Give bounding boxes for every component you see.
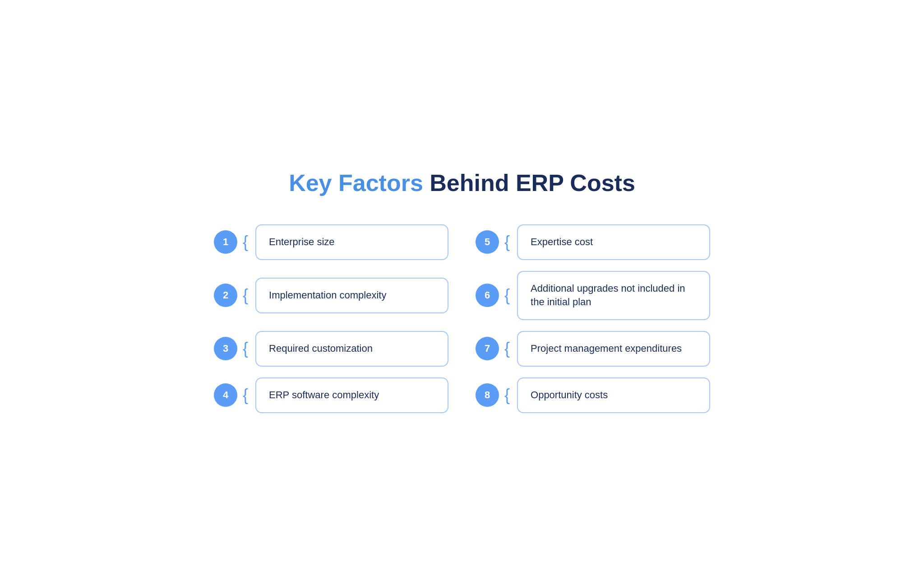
page-container: Key Factors Behind ERP Costs 1{Enterpris… bbox=[214, 169, 710, 413]
title-highlight: Key Factors bbox=[289, 170, 423, 196]
brace-icon-8: { bbox=[504, 387, 510, 403]
brace-icon-3: { bbox=[243, 340, 248, 357]
brace-icon-1: { bbox=[243, 234, 248, 250]
brace-icon-6: { bbox=[504, 287, 510, 303]
list-item-8: 8{Opportunity costs bbox=[476, 377, 710, 413]
card-2: Implementation complexity bbox=[255, 278, 448, 313]
card-8: Opportunity costs bbox=[517, 377, 710, 413]
brace-icon-5: { bbox=[504, 234, 510, 250]
badge-2: 2 bbox=[214, 284, 237, 307]
list-item-2: 2{Implementation complexity bbox=[214, 271, 448, 321]
brace-icon-4: { bbox=[243, 387, 248, 403]
badge-5: 5 bbox=[476, 230, 499, 254]
card-1: Enterprise size bbox=[255, 224, 448, 260]
list-item-5: 5{Expertise cost bbox=[476, 224, 710, 260]
list-item-3: 3{Required customization bbox=[214, 331, 448, 367]
card-6: Additional upgrades not included in the … bbox=[517, 271, 710, 321]
items-grid: 1{Enterprise size5{Expertise cost2{Imple… bbox=[214, 224, 710, 413]
badge-1: 1 bbox=[214, 230, 237, 254]
list-item-4: 4{ERP software complexity bbox=[214, 377, 448, 413]
page-title: Key Factors Behind ERP Costs bbox=[214, 169, 710, 197]
card-5: Expertise cost bbox=[517, 224, 710, 260]
badge-8: 8 bbox=[476, 383, 499, 407]
list-item-7: 7{Project management expenditures bbox=[476, 331, 710, 367]
brace-icon-2: { bbox=[243, 287, 248, 303]
card-3: Required customization bbox=[255, 331, 448, 367]
list-item-6: 6{Additional upgrades not included in th… bbox=[476, 271, 710, 321]
badge-7: 7 bbox=[476, 337, 499, 360]
badge-3: 3 bbox=[214, 337, 237, 360]
title-rest: Behind ERP Costs bbox=[423, 170, 635, 196]
badge-6: 6 bbox=[476, 284, 499, 307]
card-7: Project management expenditures bbox=[517, 331, 710, 367]
list-item-1: 1{Enterprise size bbox=[214, 224, 448, 260]
badge-4: 4 bbox=[214, 383, 237, 407]
card-4: ERP software complexity bbox=[255, 377, 448, 413]
brace-icon-7: { bbox=[504, 340, 510, 357]
